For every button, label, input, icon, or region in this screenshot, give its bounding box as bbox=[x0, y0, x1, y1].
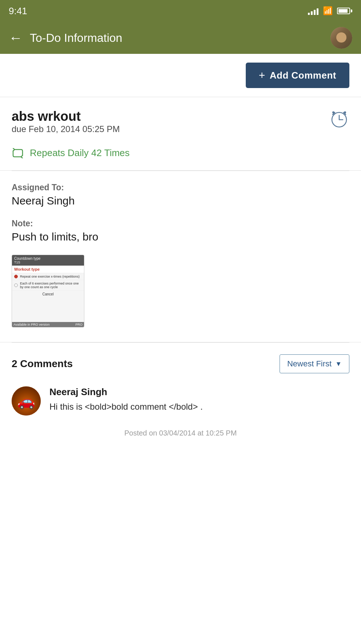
avatar[interactable] bbox=[330, 27, 352, 49]
sort-dropdown[interactable]: Newest First ▼ bbox=[280, 354, 349, 373]
thumb-radio-selected bbox=[14, 275, 18, 278]
add-comment-button[interactable]: + Add Comment bbox=[246, 63, 349, 88]
repeat-row: Repeats Daily 42 Times bbox=[12, 147, 349, 159]
assigned-label: Assigned To: bbox=[12, 183, 349, 192]
commenter-avatar bbox=[12, 386, 41, 416]
add-comment-label: Add Comment bbox=[270, 70, 336, 81]
note-value: Push to limits, bro bbox=[12, 231, 349, 243]
comment-body: Neeraj Singh Hi this is <bold>bold comme… bbox=[49, 386, 349, 417]
thumb-footer: Available in PRO version PRO bbox=[12, 322, 84, 327]
status-time: 9:41 bbox=[9, 5, 27, 17]
thumb-title: Workout type bbox=[12, 266, 84, 273]
signal-icon bbox=[308, 7, 318, 15]
status-bar: 9:41 📶 bbox=[0, 0, 361, 22]
header-left: ← To-Do Information bbox=[9, 30, 122, 46]
task-header: abs wrkout due Feb 10, 2014 05:25 PM bbox=[12, 109, 349, 143]
comments-section: 2 Comments Newest First ▼ Neeraj Singh H… bbox=[0, 343, 361, 449]
sort-label: Newest First bbox=[287, 359, 332, 369]
plus-icon: + bbox=[259, 69, 265, 82]
thumb-item-2: Each of 6 exercises performed once one b… bbox=[12, 280, 84, 291]
battery-icon bbox=[337, 8, 352, 14]
thumbnail-container: Countdown type T1S Workout type Repeat o… bbox=[12, 255, 349, 327]
wifi-icon: 📶 bbox=[323, 6, 333, 16]
car-avatar-image bbox=[12, 386, 41, 416]
header: ← To-Do Information bbox=[0, 22, 361, 54]
comments-header: 2 Comments Newest First ▼ bbox=[12, 354, 349, 373]
alarm-clock-icon bbox=[329, 109, 349, 129]
screenshot-thumbnail[interactable]: Countdown type T1S Workout type Repeat o… bbox=[12, 255, 84, 327]
add-comment-bar: + Add Comment bbox=[0, 54, 361, 97]
page-title: To-Do Information bbox=[30, 31, 122, 45]
repeat-icon bbox=[12, 148, 24, 158]
note-label: Note: bbox=[12, 219, 349, 228]
repeat-text: Repeats Daily 42 Times bbox=[30, 147, 130, 159]
comment-date: Posted on 03/04/2014 at 10:25 PM bbox=[12, 429, 349, 437]
comment-item: Neeraj Singh Hi this is <bold>bold comme… bbox=[12, 386, 349, 417]
task-info: abs wrkout due Feb 10, 2014 05:25 PM Rep… bbox=[0, 97, 361, 171]
avatar-image bbox=[330, 27, 352, 49]
svg-point-6 bbox=[344, 111, 346, 114]
comment-text: Hi this is <bold>bold comment </bold> . bbox=[49, 401, 349, 413]
back-button[interactable]: ← bbox=[9, 30, 23, 46]
comment-author: Neeraj Singh bbox=[49, 386, 349, 398]
thumb-item-1: Repeat one exercise x-times (repetitions… bbox=[12, 273, 84, 280]
thumb-cancel: Cancel bbox=[12, 291, 84, 298]
task-title: abs wrkout bbox=[12, 109, 120, 124]
thumb-radio-empty bbox=[14, 283, 18, 287]
status-icons: 📶 bbox=[308, 6, 352, 16]
chevron-down-icon: ▼ bbox=[335, 360, 342, 368]
comments-count: 2 Comments bbox=[12, 358, 73, 370]
task-due: due Feb 10, 2014 05:25 PM bbox=[12, 124, 120, 134]
svg-point-5 bbox=[332, 111, 334, 114]
task-title-block: abs wrkout due Feb 10, 2014 05:25 PM bbox=[12, 109, 120, 143]
details-section: Assigned To: Neeraj Singh Note: Push to … bbox=[0, 171, 361, 342]
thumb-header: Countdown type T1S bbox=[12, 255, 84, 266]
assigned-value: Neeraj Singh bbox=[12, 195, 349, 207]
